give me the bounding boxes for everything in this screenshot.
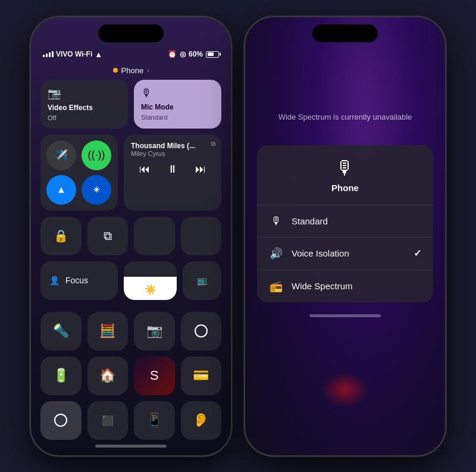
iphone-right: Wide Spectrum is currently unavailable 🎙… (244, 16, 446, 457)
wide-spectrum-label: Wide Spectrum (292, 281, 421, 291)
alarm-icon: ⏰ (168, 50, 177, 58)
shazam-icon: S (150, 368, 159, 383)
media-song-title: Thousand Miles (... (131, 142, 214, 150)
hearing-tile[interactable]: 👂 (181, 401, 222, 440)
mic-mode-popup: 🎙 Phone 🎙 Standard 🔊 Voice Isolation ✓ 📻… (257, 145, 433, 302)
popup-option-voice-isolation[interactable]: 🔊 Voice Isolation ✓ (257, 237, 433, 270)
focus-tile[interactable]: 👤 Focus (40, 261, 118, 300)
popup-option-standard[interactable]: 🎙 Standard (257, 205, 433, 237)
pip-icon: ⧉ (211, 140, 215, 148)
wallet-tile[interactable]: 💳 (181, 357, 222, 395)
dynamic-island-left (98, 24, 164, 42)
dynamic-island-right (312, 24, 378, 42)
qr-scan-icon: ⬛ (102, 415, 114, 426)
accessibility-tile[interactable] (40, 401, 82, 440)
phone-label: Phone (121, 66, 144, 75)
phone-dot (113, 68, 118, 73)
mic-mode-tile[interactable]: 🎙 Mic Mode Standard (134, 80, 221, 129)
mic-mode-title: Mic Mode (141, 103, 214, 111)
bluetooth-button[interactable]: ✴ (82, 175, 111, 205)
focus-label: Focus (65, 276, 88, 285)
control-center: 📷̶ Video Effects Off 🎙 Mic Mode Standard… (31, 80, 231, 300)
calculator-tile[interactable]: 🧮 (87, 312, 129, 351)
location-icon: ◎ (180, 50, 186, 58)
focus-icon: 👤 (49, 276, 60, 285)
mic-mode-subtitle: Standard (141, 114, 214, 121)
voice-isolation-icon: 🔊 (269, 247, 283, 260)
screen-mirror-tile[interactable]: ⧉ (87, 217, 129, 255)
right-screen: Wide Spectrum is currently unavailable 🎙… (245, 17, 445, 455)
battery-tile[interactable]: 🔋 (40, 357, 82, 395)
home-indicator-left (95, 445, 167, 448)
battery-indicator (206, 51, 219, 58)
phone-chevron: › (147, 67, 149, 74)
wifi-icon: ▲ (95, 50, 102, 59)
video-effects-icon: 📷̶ (48, 87, 121, 100)
battery-icon: 🔋 (53, 368, 69, 383)
checkmark-icon: ✓ (414, 248, 421, 259)
carrier-name: VIVO Wi-Fi (56, 50, 92, 58)
airplane-button[interactable]: ✈️ (46, 140, 76, 170)
remote-tile[interactable]: 📱 (134, 401, 175, 440)
middle-row: ✈️ ((·)) ▲ ✴ ⧉ Thousand Miles (... Miley… (40, 135, 221, 211)
home-indicator-right (309, 314, 381, 317)
remote-icon: 📱 (146, 412, 162, 428)
top-row: 📷̶ Video Effects Off 🎙 Mic Mode Standard (40, 80, 221, 129)
extra-tile[interactable] (181, 217, 222, 255)
left-screen: VIVO Wi-Fi ▲ ⏰ ◎ 60% Phone › 📷̶ (31, 17, 231, 455)
popup-mic-icon: 🎙 (336, 157, 355, 179)
sliders-row: 👤 Focus ☀️ 📺 (40, 261, 221, 300)
camera-icon: 📷 (146, 323, 162, 339)
phone-indicator: Phone › (31, 64, 231, 80)
signal-bars (43, 51, 54, 57)
connectivity-panel: ✈️ ((·)) ▲ ✴ (40, 135, 118, 211)
mic-mode-icon: 🎙 (141, 87, 214, 99)
popup-header: 🎙 Phone (257, 145, 433, 205)
standard-label: Standard (292, 216, 421, 226)
play-pause-button[interactable]: ⏸ (167, 163, 178, 176)
wifi-button[interactable]: ▲ (46, 175, 76, 205)
wallet-icon: 💳 (193, 368, 209, 383)
screen-record-tile[interactable] (181, 312, 222, 351)
app-grid: 🔦 🧮 📷 🔋 🏠 S 💳 ⬛ 📱 👂 (31, 312, 231, 440)
home-icon: 🏠 (99, 368, 115, 383)
status-left: VIVO Wi-Fi ▲ (43, 50, 102, 59)
appletv-tile[interactable]: 📺 (183, 261, 221, 300)
calculator-icon: 🧮 (99, 323, 115, 339)
camera-tile[interactable]: 📷 (134, 312, 175, 351)
shazam-tile[interactable]: S (134, 357, 175, 395)
hearing-icon: 👂 (193, 412, 209, 428)
cellular-button[interactable]: ((·)) (82, 140, 111, 170)
status-right: ⏰ ◎ 60% (168, 50, 219, 58)
flashlight-tile[interactable]: 🔦 (40, 312, 82, 351)
home-tile[interactable]: 🏠 (87, 357, 129, 395)
video-effects-subtitle: Off (48, 114, 121, 121)
battery-percent: 60% (189, 50, 203, 58)
flashlight-icon: 🔦 (53, 323, 69, 339)
video-effects-title: Video Effects (48, 104, 121, 112)
qr-scan-tile[interactable]: ⬛ (87, 401, 129, 440)
media-tile[interactable]: ⧉ Thousand Miles (... Miley Cyrus ⏮ ⏸ ⏭ (124, 135, 221, 211)
iphone-left: VIVO Wi-Fi ▲ ⏰ ◎ 60% Phone › 📷̶ (30, 16, 232, 457)
voice-isolation-label: Voice Isolation (292, 248, 405, 258)
wide-spectrum-icon: 📻 (269, 280, 283, 293)
media-controls: ⏮ ⏸ ⏭ (131, 163, 214, 176)
standard-icon: 🎙 (269, 215, 283, 227)
media-artist: Miley Cyrus (131, 150, 214, 157)
brightness-slider[interactable]: ☀️ (124, 261, 177, 300)
next-button[interactable]: ⏭ (195, 163, 206, 176)
screen-record-icon (195, 324, 208, 337)
mute-tile[interactable] (134, 217, 175, 255)
appletv-icon: 📺 (197, 276, 207, 285)
video-effects-tile[interactable]: 📷̶ Video Effects Off (40, 80, 128, 129)
accessibility-icon (54, 414, 67, 427)
popup-option-wide-spectrum[interactable]: 📻 Wide Spectrum (257, 270, 433, 302)
second-row: 🔒 ⧉ (40, 217, 221, 255)
prev-button[interactable]: ⏮ (139, 163, 150, 176)
red-glow (321, 372, 369, 408)
brightness-icon: ☀️ (145, 284, 156, 295)
rotation-lock-tile[interactable]: 🔒 (40, 217, 82, 255)
popup-title: Phone (331, 183, 359, 193)
